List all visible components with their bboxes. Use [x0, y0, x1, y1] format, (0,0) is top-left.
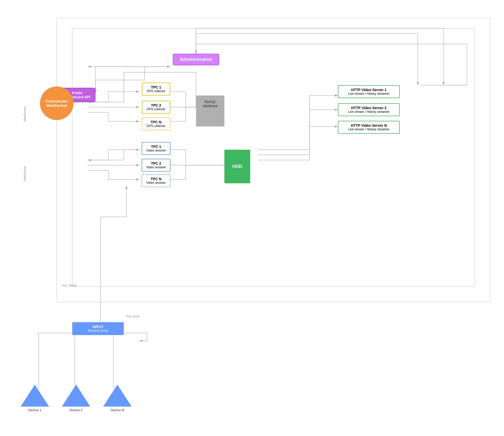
input-reverse-proxy-node: INPUT Reverse proxy: [72, 322, 124, 335]
tpc1-video-title: TPC 1: [146, 145, 166, 149]
http-server-2-node: HTTP Video Server 2 Live stream / Histor…: [338, 103, 400, 116]
tpc2-gps-title: TPC 2: [147, 103, 165, 107]
mysql-line2: database: [201, 104, 219, 108]
tpc1-video-node: TPC 1 Video receiver: [139, 142, 173, 155]
device1-label: Device 1: [28, 408, 42, 412]
port-35000-label: Port: 35000: [62, 284, 77, 287]
tpcN-gps-title: TPC N: [147, 120, 165, 124]
device1-node: Device 1: [21, 385, 49, 412]
http-server-n-box: HTTP Video Server N Live stream / Histor…: [338, 121, 400, 134]
http-server-1-node: HTTP Video Server 1 Live stream / Histor…: [338, 85, 400, 98]
commander-circle: Commander WebSocket: [40, 86, 74, 120]
http-server-n-subtitle: Live stream / History streamer: [343, 128, 395, 131]
port-6622-label: Port: 6622: [126, 315, 140, 318]
tpcN-video-node: TPC N Video receiver: [139, 174, 173, 187]
websocket-label-middle: WebSocket: [23, 150, 26, 181]
tpc2-gps-node: TPC 2 GPS collector: [139, 101, 173, 114]
tpcN-video-box: TPC N Video receiver: [142, 174, 171, 187]
hdd-box: HDD: [224, 150, 250, 183]
hdd-node: HDD: [224, 150, 250, 183]
svg-rect-2: [57, 18, 490, 302]
device2-node: Device 2: [62, 385, 90, 412]
deviceN-label: Device N: [111, 408, 124, 412]
http-server-1-box: HTTP Video Server 1 Live stream / Histor…: [338, 85, 400, 98]
tpc2-video-node: TPC 2 Video receiver: [139, 159, 173, 172]
commander-line1: Commander: [45, 99, 68, 103]
http-server-2-title: HTTP Video Server 2: [343, 106, 395, 110]
input-reverse-proxy-line2: Reverse proxy: [77, 329, 119, 332]
tpcN-video-subtitle: Video receiver: [146, 181, 166, 185]
commander-node: Commander WebSocket: [40, 86, 74, 120]
http-server-n-title: HTTP Video Server N: [343, 123, 395, 128]
input-reverse-proxy-box: INPUT Reverse proxy: [72, 322, 124, 335]
administration-label: Administration: [180, 57, 212, 62]
http-server-2-box: HTTP Video Server 2 Live stream / Histor…: [338, 103, 400, 116]
input-reverse-proxy-line1: INPUT: [77, 325, 119, 329]
tpcN-gps-subtitle: GPS collector: [147, 124, 165, 128]
tpc2-video-subtitle: Video receiver: [146, 165, 166, 169]
hdd-label: HDD: [232, 164, 242, 169]
http-server-1-subtitle: Live stream / History streamer: [343, 92, 395, 96]
mysql-box: MySQL database: [196, 96, 224, 126]
tpcN-video-title: TPC N: [146, 177, 166, 181]
tpc1-gps-box: TPC 1 GPS collector: [142, 83, 170, 96]
tpc1-video-subtitle: Video receiver: [146, 149, 166, 152]
tpc2-gps-subtitle: GPS collector: [147, 107, 165, 111]
tpc2-video-title: TPC 2: [146, 161, 166, 165]
commander-line2: WebSocket: [46, 103, 67, 108]
device2-label: Device 2: [70, 408, 83, 412]
deviceN-node: Device N: [103, 385, 132, 412]
device2-triangle: [62, 385, 90, 407]
svg-rect-3: [72, 28, 475, 287]
http-server-2-subtitle: Live stream / History streamer: [343, 110, 395, 114]
mysql-line1: MySQL: [201, 100, 219, 104]
mysql-node: MySQL database: [196, 96, 224, 126]
tpc1-gps-title: TPC 1: [147, 85, 165, 89]
tpcN-gps-box: TPC N GPS collector: [142, 117, 170, 130]
administration-box: Administration: [173, 54, 219, 65]
tpc2-gps-box: TPC 2 GPS collector: [142, 101, 170, 114]
tpc1-video-box: TPC 1 Video receiver: [142, 142, 171, 155]
deviceN-triangle: [103, 385, 132, 407]
device1-triangle: [21, 385, 49, 407]
tpcN-gps-node: TPC N GPS collector: [139, 117, 173, 130]
websocket-label-left: WebSocket: [23, 90, 26, 121]
administration-node: Administration: [170, 54, 222, 65]
tpc1-gps-node: TPC 1 GPS collector: [139, 83, 173, 96]
http-server-n-node: HTTP Video Server N Live stream / Histor…: [338, 121, 400, 134]
tpc2-video-box: TPC 2 Video receiver: [142, 159, 171, 172]
http-server-1-title: HTTP Video Server 1: [343, 88, 395, 92]
tpc1-gps-subtitle: GPS collector: [147, 89, 165, 93]
